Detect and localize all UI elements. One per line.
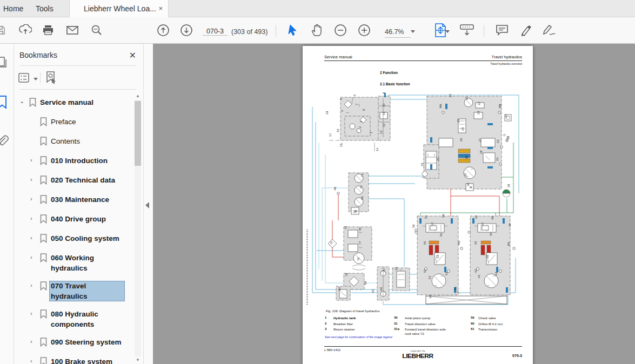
diagram-label: 53 [445, 272, 448, 275]
tab-home[interactable]: Home [0, 0, 31, 17]
bookmarks-panel-icon[interactable] [0, 95, 9, 109]
pdf-page: Service manual Travel hydraulics Travel … [303, 46, 533, 364]
legend-entry: 31Travel direction valve [394, 322, 471, 326]
diagram-label: MB [498, 104, 502, 108]
bookmark-label: 070 Travel hydraulics [49, 281, 125, 301]
email-icon[interactable] [64, 22, 81, 38]
select-tool-icon[interactable] [285, 22, 301, 38]
comment-icon[interactable] [494, 22, 510, 38]
next-page-icon[interactable] [178, 22, 195, 38]
locate-bookmark-icon[interactable] [45, 71, 57, 84]
bookmark-label: Service manual [40, 97, 116, 107]
diagram-label: 47 [481, 223, 484, 226]
hide-toolbar-icon[interactable] [459, 22, 475, 38]
chevron-right-icon[interactable]: › [30, 253, 40, 262]
chevron-right-icon[interactable]: › [30, 356, 40, 364]
scroll-down-icon[interactable]: ▼ [134, 356, 142, 364]
bookmark-item[interactable]: › 040 Drive group [14, 210, 132, 230]
bookmark-item[interactable]: ⌄ Service manual [14, 93, 132, 113]
zoom-in-icon[interactable] [356, 22, 372, 38]
hand-tool-icon[interactable] [309, 22, 325, 38]
scroll-up-icon[interactable]: ▲ [134, 92, 142, 100]
bookmark-item[interactable]: › 090 Steering system [14, 333, 132, 353]
fill-sign-icon[interactable] [542, 22, 558, 38]
options-caret-icon[interactable] [34, 78, 38, 80]
page-count-label: (303 of 493) [231, 28, 268, 36]
bookmark-item[interactable]: › 050 Cooling system [14, 230, 132, 249]
legend-entry: 61Transmission [471, 327, 525, 332]
zoom-dropdown-caret[interactable] [411, 30, 415, 33]
diagram-label: 60 [454, 287, 457, 290]
section-heading: 2 Function [380, 71, 398, 75]
bookmark-icon [29, 97, 40, 109]
bookmark-item[interactable]: Contents [14, 132, 132, 152]
legend-column: 59Check valve60Orifice Ø 4.2 mm61Transmi… [471, 316, 525, 338]
chevron-right-icon[interactable]: › [30, 309, 40, 318]
bookmark-icon [40, 194, 51, 206]
bookmark-item[interactable]: › 070 Travel hydraulics [14, 277, 132, 305]
chevron-right-icon[interactable]: › [30, 194, 40, 204]
bookmark-item[interactable]: › 100 Brake system [14, 353, 132, 364]
zoom-level-value[interactable]: 46.7% [385, 28, 411, 38]
bookmarks-close-icon[interactable]: ✕ [129, 50, 136, 60]
vertical-margin-note [306, 230, 308, 305]
page-header-subtitle: Travel hydraulics overview [490, 62, 522, 65]
chevron-right-icon[interactable]: › [30, 281, 40, 290]
bookmark-item[interactable]: › 030 Maintenance [14, 191, 132, 210]
tab-document[interactable]: Liebherr Wheel Loa... × [69, 0, 169, 17]
diagram-label: 20 [449, 94, 452, 97]
legend-column: 1Hydraulic tank2Breather filter3Return s… [325, 316, 394, 338]
chevron-right-icon[interactable]: › [30, 175, 40, 184]
search-icon[interactable] [89, 22, 105, 38]
document-viewport[interactable]: Service manual Travel hydraulics Travel … [153, 44, 635, 364]
bookmark-options-icon[interactable] [18, 73, 30, 83]
bookmark-item[interactable]: › 010 Introduction [14, 152, 132, 171]
panel-resize-gutter[interactable] [143, 44, 153, 364]
page-thumbnails-icon[interactable] [0, 56, 9, 70]
highlight-icon[interactable] [518, 22, 534, 38]
bookmark-icon [40, 175, 51, 187]
legend-continuation-note[interactable]: See next page for continuation of the im… [325, 335, 392, 339]
diagram-label: 26 [459, 138, 463, 141]
footer-page-number: 070-3 [512, 354, 522, 358]
bookmark-label: 050 Cooling system [51, 233, 126, 244]
panel-tools-separator [40, 72, 41, 83]
diagram-label: 70 [359, 186, 363, 189]
page-header-left: Service manual [324, 55, 352, 59]
chevron-right-icon[interactable]: › [30, 337, 40, 346]
scrollbar-thumb[interactable] [135, 101, 141, 166]
chevron-right-icon[interactable]: › [30, 214, 40, 223]
zoom-out-icon[interactable] [332, 22, 349, 38]
chevron-right-icon[interactable]: › [30, 156, 40, 165]
tab-tools[interactable]: Tools [28, 0, 61, 17]
share-upload-icon[interactable] [17, 22, 34, 38]
diagram-label: 61 [429, 295, 432, 298]
print-icon[interactable] [40, 22, 56, 38]
travel-hydraulics-diagram: 1234567891011121314151617182021222324252… [309, 91, 531, 307]
page-number-input[interactable] [203, 27, 228, 36]
diagram-label: 48 [491, 217, 494, 220]
bookmark-item[interactable]: › 060 Working hydraulics [14, 249, 132, 277]
bookmark-label: 090 Steering system [51, 337, 126, 347]
chevron-down-icon[interactable]: ⌄ [19, 97, 29, 106]
bookmark-item[interactable]: › 020 Technical data [14, 171, 132, 191]
diagram-label: G [503, 134, 506, 136]
fit-dropdown-caret[interactable] [445, 30, 450, 33]
bookmark-item[interactable]: › 080 Hydraulic components [14, 305, 132, 333]
bookmarks-scrollbar[interactable]: ▲ ▼ [134, 92, 142, 364]
tab-bar: Home Tools Liebherr Wheel Loa... × [0, 0, 635, 17]
bookmarks-panel: Bookmarks ✕ ⌄ Service manual [14, 44, 143, 364]
bookmarks-panel-title: Bookmarks [19, 48, 136, 62]
save-icon[interactable] [0, 22, 9, 38]
previous-page-icon[interactable] [155, 22, 171, 38]
subsection-heading: 2.1 Basic function [380, 82, 410, 86]
diagram-label: 30 [464, 173, 467, 177]
diagram-label: 39 [507, 184, 510, 187]
attachments-icon[interactable] [0, 134, 9, 149]
legend-entry: 60Orifice Ø 4.2 mm [471, 322, 525, 326]
bookmark-item[interactable]: Preface [14, 113, 132, 132]
bookmark-icon [40, 214, 51, 226]
tab-close-icon[interactable]: × [158, 0, 163, 17]
chevron-right-icon[interactable]: › [30, 233, 40, 242]
collapse-panel-icon[interactable] [145, 202, 149, 208]
